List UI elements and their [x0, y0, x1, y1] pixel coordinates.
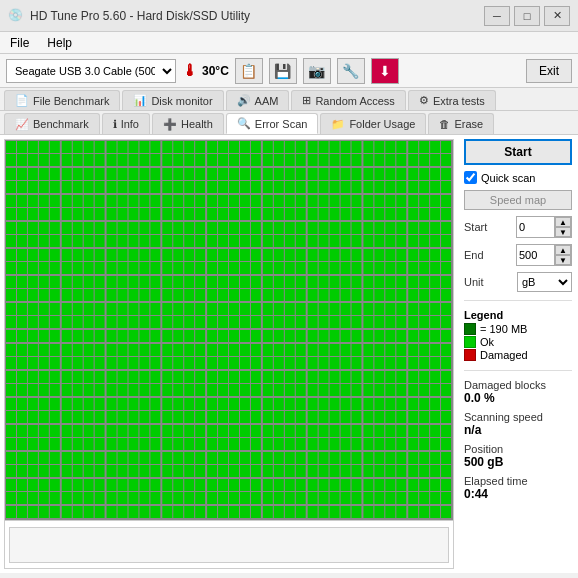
tab-disk-monitor[interactable]: 📊 Disk monitor — [122, 90, 223, 110]
toolbar-btn-1[interactable]: 📋 — [235, 58, 263, 84]
error-scan-icon: 🔍 — [237, 117, 251, 130]
end-spinner: ▲ ▼ — [555, 245, 571, 265]
quick-scan-label[interactable]: Quick scan — [481, 172, 535, 184]
position-label: Position — [464, 443, 572, 455]
quick-scan-checkbox[interactable] — [464, 171, 477, 184]
tab-extra-tests[interactable]: ⚙ Extra tests — [408, 90, 496, 110]
elapsed-time-value: 0:44 — [464, 487, 572, 501]
menu-help[interactable]: Help — [43, 35, 76, 51]
unit-param-row: Unit MB gB — [464, 272, 572, 292]
tab-erase-label: Erase — [454, 118, 483, 130]
tab-info[interactable]: ℹ Info — [102, 113, 150, 134]
unit-label: Unit — [464, 276, 484, 288]
drive-select[interactable]: Seagate USB 3.0 Cable (500 gB) — [6, 59, 176, 83]
start-spin-up[interactable]: ▲ — [555, 217, 571, 227]
legend-box-1 — [464, 336, 476, 348]
tabs-row2: 📈 Benchmark ℹ Info ➕ Health 🔍 Error Scan… — [0, 111, 578, 135]
scanning-speed-label: Scanning speed — [464, 411, 572, 423]
exit-button[interactable]: Exit — [526, 59, 572, 83]
damaged-blocks-label: Damaged blocks — [464, 379, 572, 391]
toolbar: Seagate USB 3.0 Cable (500 gB) 🌡 30°C 📋 … — [0, 54, 578, 88]
health-icon: ➕ — [163, 118, 177, 131]
quick-scan-row: Quick scan — [464, 171, 572, 184]
tab-random-access[interactable]: ⊞ Random Access — [291, 90, 405, 110]
tab-aam-label: AAM — [255, 95, 279, 107]
legend-section: Legend = 190 MB Ok Damaged — [464, 309, 572, 362]
title-bar-left: 💿 HD Tune Pro 5.60 - Hard Disk/SSD Utili… — [8, 8, 250, 24]
tab-folder-usage[interactable]: 📁 Folder Usage — [320, 113, 426, 134]
unit-select[interactable]: MB gB — [517, 272, 572, 292]
end-spin-up[interactable]: ▲ — [555, 245, 571, 255]
error-scan-grid — [5, 140, 453, 520]
tab-error-scan[interactable]: 🔍 Error Scan — [226, 113, 319, 134]
tab-benchmark[interactable]: 📈 Benchmark — [4, 113, 100, 134]
chart-area — [4, 139, 454, 569]
start-input[interactable] — [517, 217, 555, 237]
start-spin-down[interactable]: ▼ — [555, 227, 571, 237]
start-label: Start — [464, 221, 487, 233]
legend-title: Legend — [464, 309, 572, 321]
right-panel: Start Quick scan Speed map Start ▲ ▼ End — [458, 135, 578, 573]
toolbar-btn-5[interactable]: ⬇ — [371, 58, 399, 84]
tab-error-scan-label: Error Scan — [255, 118, 308, 130]
chart-status-bar — [5, 520, 453, 568]
tab-extra-tests-label: Extra tests — [433, 95, 485, 107]
toolbar-btn-3[interactable]: 📷 — [303, 58, 331, 84]
end-param-row: End ▲ ▼ — [464, 244, 572, 266]
scanning-speed-value: n/a — [464, 423, 572, 437]
random-access-icon: ⊞ — [302, 94, 311, 107]
benchmark-icon: 📈 — [15, 118, 29, 131]
end-input[interactable] — [517, 245, 555, 265]
legend-item-2: Damaged — [464, 349, 572, 361]
aam-icon: 🔊 — [237, 94, 251, 107]
start-param-row: Start ▲ ▼ — [464, 216, 572, 238]
app-icon: 💿 — [8, 8, 24, 24]
tabs-row1: 📄 File Benchmark 📊 Disk monitor 🔊 AAM ⊞ … — [0, 88, 578, 111]
title-bar: 💿 HD Tune Pro 5.60 - Hard Disk/SSD Utili… — [0, 0, 578, 32]
end-spin-down[interactable]: ▼ — [555, 255, 571, 265]
disk-monitor-icon: 📊 — [133, 94, 147, 107]
legend-label-2: Damaged — [480, 349, 528, 361]
title-controls: ─ □ ✕ — [484, 6, 570, 26]
maximize-button[interactable]: □ — [514, 6, 540, 26]
scanning-speed-section: Scanning speed n/a — [464, 411, 572, 437]
toolbar-btn-2[interactable]: 💾 — [269, 58, 297, 84]
tab-aam[interactable]: 🔊 AAM — [226, 90, 290, 110]
folder-usage-icon: 📁 — [331, 118, 345, 131]
extra-tests-icon: ⚙ — [419, 94, 429, 107]
start-spinner: ▲ ▼ — [555, 217, 571, 237]
legend-box-0 — [464, 323, 476, 335]
tab-erase[interactable]: 🗑 Erase — [428, 113, 494, 134]
erase-icon: 🗑 — [439, 118, 450, 130]
divider-1 — [464, 300, 572, 301]
legend-box-2 — [464, 349, 476, 361]
close-button[interactable]: ✕ — [544, 6, 570, 26]
tab-disk-monitor-label: Disk monitor — [151, 95, 212, 107]
position-value: 500 gB — [464, 455, 572, 469]
tab-file-benchmark[interactable]: 📄 File Benchmark — [4, 90, 120, 110]
divider-2 — [464, 370, 572, 371]
tab-benchmark-label: Benchmark — [33, 118, 89, 130]
tab-random-access-label: Random Access — [315, 95, 394, 107]
damaged-blocks-section: Damaged blocks 0.0 % — [464, 379, 572, 405]
legend-item-0: = 190 MB — [464, 323, 572, 335]
tab-health-label: Health — [181, 118, 213, 130]
tab-health[interactable]: ➕ Health — [152, 113, 224, 134]
start-button[interactable]: Start — [464, 139, 572, 165]
elapsed-time-label: Elapsed time — [464, 475, 572, 487]
legend-item-1: Ok — [464, 336, 572, 348]
tab-file-benchmark-label: File Benchmark — [33, 95, 109, 107]
legend-label-1: Ok — [480, 336, 494, 348]
temperature-value: 30°C — [202, 64, 229, 78]
start-input-group: ▲ ▼ — [516, 216, 572, 238]
temperature-display: 🌡 30°C — [182, 62, 229, 80]
speed-map-button[interactable]: Speed map — [464, 190, 572, 210]
menu-file[interactable]: File — [6, 35, 33, 51]
main-content: Start Quick scan Speed map Start ▲ ▼ End — [0, 135, 578, 573]
toolbar-btn-4[interactable]: 🔧 — [337, 58, 365, 84]
minimize-button[interactable]: ─ — [484, 6, 510, 26]
legend-label-0: = 190 MB — [480, 323, 527, 335]
title-text: HD Tune Pro 5.60 - Hard Disk/SSD Utility — [30, 9, 250, 23]
menu-bar: File Help — [0, 32, 578, 54]
end-input-group: ▲ ▼ — [516, 244, 572, 266]
